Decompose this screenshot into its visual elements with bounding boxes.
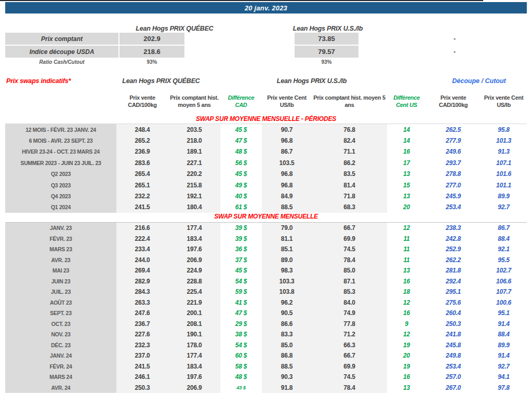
cell-difference-us: 14 [387,135,426,146]
cell-row-label: FÉVR. 24 [5,361,116,372]
cell-decoupe-prix-vente-cad: 292.4 [426,276,481,287]
cell-prix-comptant-hist-cad: 200.1 [168,308,220,319]
cell-row-label: Q2 2023 [5,169,116,180]
cell-decoupe-prix-vente-us: 92.7 [481,361,527,372]
cell-difference-us: 11 [387,244,426,255]
cell-prix-vente-us: 85.0 [262,340,312,351]
summary-us-prix-comptant: 73.85 [295,33,358,45]
cell-prix-vente-us: 88.5 [262,361,312,372]
cell-difference-cad: 40 $ [220,190,262,201]
cell-prix-vente-us: 90.7 [262,124,312,135]
table-row: Q1 2024241.5180.461 $88.568.320253.492.7 [5,202,527,213]
table-row: Q4 2023232.2192.140 $84.971.813245.989.9 [5,190,527,201]
price-report-page: 20 janv. 2023 Lean Hogs PRIX QUÉBEC Lean… [0,0,532,395]
cell-prix-vente-cad: 244.0 [116,255,168,266]
cell-prix-comptant-hist-us: 78.4 [312,255,387,266]
cell-difference-us: 20 [387,350,426,361]
cell-decoupe-prix-vente-us: 106.6 [481,276,527,287]
cell-difference-cad: 36 $ [220,244,262,255]
report-date: 20 janv. 2023 [245,4,287,12]
decoupe-cutout-header: Découpe / Cutout [426,77,532,85]
cell-prix-comptant-hist-us: 71.8 [312,190,387,201]
cell-prix-comptant-hist-cad: 206.9 [168,383,220,393]
cell-prix-vente-cad: 265.4 [116,169,168,180]
summary-decoupe-dash-2: - [426,46,483,58]
cell-prix-comptant-hist-cad: 192.1 [168,190,220,201]
swaps-us-header: Lean Hogs PRIX U.S./lb [254,77,369,85]
table-row: SUMMER 2023 - JUIN 23 JUIL. 23283.6227.1… [5,157,527,168]
cell-decoupe-prix-vente-cad: 257.0 [426,372,481,383]
cell-prix-comptant-hist-cad: 203.5 [168,124,220,135]
cell-prix-vente-us: 79.0 [262,223,312,234]
cell-prix-vente-us: 103.5 [262,157,312,168]
cell-difference-us: 19 [387,340,426,351]
cell-decoupe-prix-vente-us: 107.1 [481,157,527,168]
cell-difference-us: 16 [387,146,426,157]
cell-difference-us: 16 [387,308,426,319]
summary-qc-indice-decoupe: 218.6 [119,46,184,58]
cell-prix-vente-us: 84.9 [262,190,312,201]
cell-prix-vente-us: 89.0 [262,255,312,266]
section-title-periodes: SWAP SUR MOYENNE MENSUELLE - PÉRIODES [5,115,527,123]
cell-row-label: 6 MOIS - AVR. 23 SEPT. 23 [5,135,116,146]
cell-decoupe-prix-vente-cad: 245.8 [426,340,481,351]
cell-difference-cad: 47 $ [220,135,262,146]
cell-prix-comptant-hist-us: 74.5 [312,244,387,255]
cell-prix-comptant-hist-us: 69.9 [312,361,387,372]
cell-decoupe-prix-vente-cad: 281.8 [426,265,481,276]
summary-us-indice-decoupe: 79.57 [295,46,358,58]
cell-prix-comptant-hist-cad: 197.6 [168,372,220,383]
cell-prix-vente-cad: 284.3 [116,287,168,297]
cell-decoupe-prix-vente-us: 91.4 [481,319,527,330]
cell-decoupe-prix-vente-us: 95.5 [481,255,527,266]
cell-prix-comptant-hist-us: 83.5 [312,169,387,180]
table-row: FÉVR. 24241.5183.458 $88.569.919253.492.… [5,361,527,372]
cell-decoupe-prix-vente-us: 91.4 [481,350,527,361]
cell-prix-vente-us: 88.5 [262,202,312,213]
cell-row-label: NOV. 23 [5,329,116,340]
cell-prix-comptant-hist-us: 85.3 [312,287,387,297]
cell-prix-comptant-hist-us: 71.1 [312,146,387,157]
table-row: AOÛT 23263.3221.941 $96.284.012275.6100.… [5,297,527,308]
cell-difference-us: 13 [387,265,426,276]
cell-decoupe-prix-vente-cad: 250.3 [426,319,481,330]
swaps-quebec-header: Lean Hogs PRIX QUÉBEC [103,77,219,85]
cell-prix-vente-cad: 282.9 [116,276,168,287]
cell-decoupe-prix-vente-us: 89.9 [481,190,527,201]
section-title-mensuelle: SWAP SUR MOYENNE MENSUELLE [5,212,527,221]
table-row: AVR. 24250.3206.943 $91.878.413267.097.8 [5,383,527,393]
cell-prix-comptant-hist-cad: 224.9 [168,265,220,276]
cell-prix-comptant-hist-cad: 206.9 [168,255,220,266]
cell-row-label: Q1 2024 [5,202,116,213]
cell-prix-vente-us: 90.3 [262,372,312,383]
cell-row-label: AVR. 23 [5,255,116,266]
cell-decoupe-prix-vente-us: 102.7 [481,265,527,276]
cell-decoupe-prix-vente-cad: 238.3 [426,223,481,234]
cell-row-label: JANV. 24 [5,350,116,361]
cell-difference-us: 16 [387,372,426,383]
cell-difference-cad: 39 $ [220,223,262,234]
cell-prix-vente-cad: 283.6 [116,157,168,168]
cell-prix-vente-us: 81.1 [262,234,312,244]
cell-difference-cad: 54 $ [220,276,262,287]
cell-decoupe-prix-vente-cad: 277.0 [426,180,481,190]
cell-prix-comptant-hist-cad: 178.0 [168,340,220,351]
cell-decoupe-prix-vente-cad: 295.1 [426,287,481,297]
column-header-spacer [5,89,116,114]
cell-decoupe-prix-vente-us: 95.8 [481,124,527,135]
cell-difference-cad: 48 $ [220,146,262,157]
cell-prix-comptant-hist-us: 78.4 [312,383,387,393]
cell-prix-vente-cad: 222.4 [116,234,168,244]
table-row: OCT. 23236.7208.129 $86.677.89250.391.4 [5,319,527,330]
cell-decoupe-prix-vente-cad: 245.9 [426,190,481,201]
summary-decoupe-dash-1: - [426,33,483,45]
cell-row-label: Q4 2023 [5,190,116,201]
cell-prix-vente-cad: 250.3 [116,383,168,393]
cell-decoupe-prix-vente-us: 97.8 [481,383,527,393]
cell-row-label: JUIN 23 [5,276,116,287]
table-mensuelle: JANV. 23216.6177.439 $79.066.712238.386.… [5,222,527,393]
cell-prix-comptant-hist-cad: 220.2 [168,169,220,180]
cell-prix-comptant-hist-us: 82.4 [312,135,387,146]
cell-prix-vente-cad: 263.3 [116,297,168,308]
cell-difference-us: 19 [387,361,426,372]
